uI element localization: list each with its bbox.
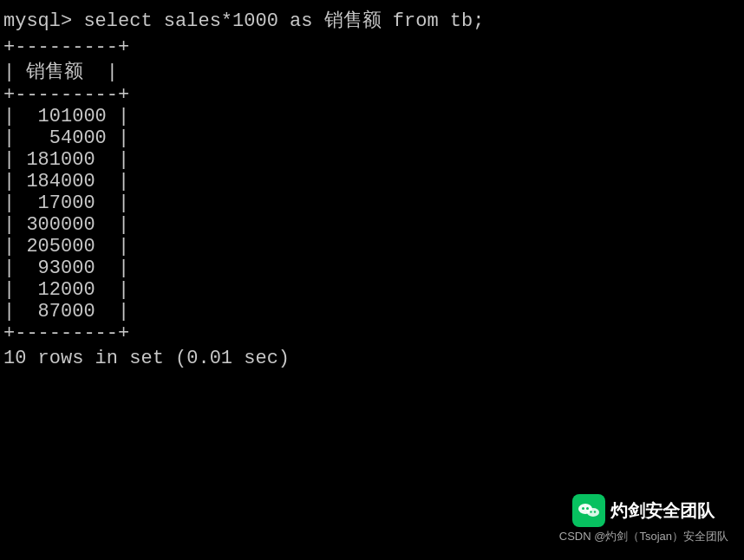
watermark-title: 灼剑安全团队: [610, 499, 715, 523]
data-rows: | 101000 || 54000 || 181000 || 184000 ||…: [3, 106, 741, 322]
wechat-icon: [572, 494, 605, 527]
separator-mid: +---------+: [3, 84, 741, 106]
header-row: | 销售额 |: [3, 58, 741, 84]
separator-bot: +---------+: [3, 322, 741, 344]
table-row: | 54000 |: [3, 127, 741, 149]
table-row: | 184000 |: [3, 171, 741, 192]
table-row: | 205000 |: [3, 236, 741, 257]
watermark-top: 灼剑安全团队: [572, 494, 715, 527]
svg-point-1: [587, 508, 599, 517]
table-row: | 300000 |: [3, 214, 741, 236]
table-row: | 93000 |: [3, 257, 741, 279]
table-row: | 181000 |: [3, 149, 741, 171]
svg-point-3: [586, 507, 589, 510]
terminal-window: mysql> select sales*1000 as 销售额 from tb;…: [0, 0, 744, 560]
watermark: 灼剑安全团队 CSDN @灼剑（Tsojan）安全团队: [559, 494, 728, 544]
table-row: | 101000 |: [3, 106, 741, 127]
table-row: | 87000 |: [3, 301, 741, 322]
svg-point-2: [582, 507, 584, 510]
svg-point-5: [594, 511, 596, 512]
table-row: | 12000 |: [3, 279, 741, 301]
command-line: mysql> select sales*1000 as 销售额 from tb;: [3, 7, 741, 33]
watermark-subtitle: CSDN @灼剑（Tsojan）安全团队: [559, 529, 728, 544]
result-line: 10 rows in set (0.01 sec): [3, 348, 741, 369]
svg-point-4: [591, 511, 592, 512]
table-row: | 17000 |: [3, 192, 741, 214]
separator-top: +---------+: [3, 36, 741, 58]
